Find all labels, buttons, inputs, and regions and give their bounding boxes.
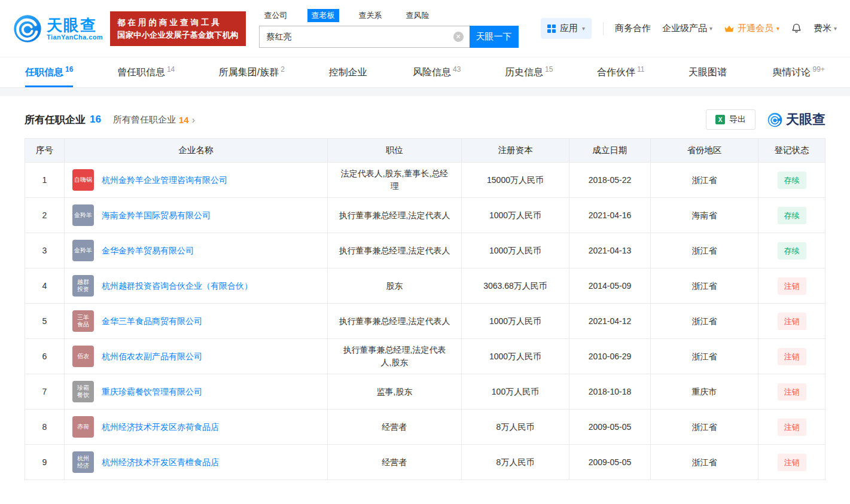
region-cell: 海南省 [651,198,758,233]
company-name-link[interactable]: 金华三羊食品商贸有限公司 [102,315,202,328]
former-positions-link[interactable]: 所有曾任职企业 14 › [113,114,195,126]
logo-swirl-icon [13,14,42,43]
row-index: 7 [25,374,65,410]
position-cell: 监事,股东 [328,374,462,410]
tab-controlled-companies[interactable]: 控制企业 [329,57,369,87]
search-type-tabs: 查公司 查老板 查关系 查风险 [260,9,519,22]
company-name-link[interactable]: 重庆珍霸餐饮管理有限公司 [102,386,202,398]
main-content: 所有任职企业 16 所有曾任职企业 14 › X 导出 [0,108,850,480]
tab-former-positions[interactable]: 曾任职信息14 [117,57,175,87]
status-badge: 注销 [778,277,806,295]
col-header-company: 企业名称 [65,139,328,163]
section-divider [0,88,850,96]
company-logo: 金羚羊 [72,240,94,261]
business-cooperation-link[interactable]: 商务合作 [615,23,651,34]
tab-count: 43 [453,65,461,74]
col-header-date: 成立日期 [569,139,651,163]
col-header-index: 序号 [25,139,65,163]
capital-cell: 1000万人民币 [462,233,569,268]
promo-line-2: 国家中小企业发展子基金旗下机构 [117,29,239,41]
row-index: 8 [25,410,65,445]
open-vip-button[interactable]: 开通会员 ▾ [724,23,779,34]
col-header-status: 登记状态 [758,139,825,163]
position-cell: 股东 [328,268,462,304]
tab-public-opinion[interactable]: 舆情讨论99+ [773,57,825,87]
row-index: 5 [25,304,65,339]
position-cell: 执行董事兼总经理,法定代表人,股东 [328,339,462,374]
table-row: 4 越群投资 杭州越群投资咨询合伙企业（有限合伙） 股东 3063.68万人民币… [25,268,825,304]
notification-bell-icon[interactable] [791,22,802,35]
table-header-row: 序号 企业名称 职位 注册资本 成立日期 省份地区 登记状态 [25,139,825,163]
chevron-down-icon: ▾ [834,25,837,32]
table-row: 9 杭州经济 杭州经济技术开发区青檀食品店 经营者 8万人民币 2009-05-… [25,445,825,480]
enterprise-products-menu[interactable]: 企业级产品 ▾ [662,23,712,34]
export-button[interactable]: X 导出 [706,109,755,130]
row-index: 4 [25,268,65,304]
apps-menu-button[interactable]: 应用 ▾ [541,18,592,39]
capital-cell: 8万人民币 [462,445,569,480]
position-cell: 执行董事兼总经理,法定代表人 [328,198,462,233]
chevron-down-icon: ▾ [582,25,585,32]
tab-partners[interactable]: 合作伙伴11 [597,57,644,87]
tab-graph[interactable]: 天眼图谱 [688,57,729,87]
row-index: 1 [25,163,65,198]
tianyancha-watermark: 天眼查 [767,111,825,129]
status-badge: 存续 [778,172,806,189]
company-logo: 金羚羊 [72,204,94,226]
row-index: 3 [25,233,65,268]
search-tab-risk[interactable]: 查风险 [402,9,434,22]
company-logo: 杭州经济 [72,451,94,473]
search-button[interactable]: 天眼一下 [470,26,519,48]
search-tab-relation[interactable]: 查关系 [355,9,386,22]
tab-count: 14 [167,65,175,74]
tab-count: 99+ [813,65,825,74]
status-badge: 注销 [778,383,806,401]
clear-input-icon[interactable]: ✕ [453,32,464,42]
position-cell: 执行董事兼总经理,法定代表人 [328,304,462,339]
company-name-link[interactable]: 海南金羚羊国际贸易有限公司 [102,209,211,222]
company-logo: 赤荷 [72,416,94,438]
company-name-link[interactable]: 金华金羚羊贸易有限公司 [102,245,194,257]
company-name-link[interactable]: 杭州佰农农副产品有限公司 [102,350,202,363]
logo-subtext: TianYanCha.com [47,33,103,41]
section-title-count: 16 [90,114,101,126]
apps-grid-icon [547,25,556,33]
logo-text: 天眼查 [47,17,103,33]
region-cell: 浙江省 [651,163,758,198]
company-name-link[interactable]: 杭州越群投资咨询合伙企业（有限合伙） [102,280,252,292]
table-row: 5 三羊食品 金华三羊食品商贸有限公司 执行董事兼总经理,法定代表人 1000万… [25,304,825,339]
company-name-link[interactable]: 杭州经济技术开发区青檀食品店 [102,456,219,469]
company-logo: 越群投资 [72,275,94,297]
crown-icon [724,25,735,33]
date-cell: 2009-05-05 [569,410,651,445]
capital-cell: 3063.68万人民币 [462,268,569,304]
search-tab-company[interactable]: 查公司 [260,9,292,22]
search-input[interactable] [259,26,470,48]
date-cell: 2018-10-18 [569,374,651,410]
tab-history-info[interactable]: 历史信息15 [505,57,553,87]
status-badge: 注销 [778,348,806,365]
search-tab-boss[interactable]: 查老板 [307,9,339,22]
company-name-link[interactable]: 杭州金羚羊企业管理咨询有限公司 [102,174,227,187]
region-cell: 浙江省 [651,233,758,268]
vip-label: 开通会员 [738,23,773,34]
company-name-link[interactable]: 杭州经济技术开发区赤荷食品店 [102,421,219,433]
col-header-capital: 注册资本 [462,139,569,163]
header-right-nav: 应用 ▾ 商务合作 企业级产品 ▾ 开通会员 ▾ 费米 ▾ [541,18,837,39]
table-row: 7 珍霸餐饮 重庆珍霸餐饮管理有限公司 监事,股东 100万人民币 2018-1… [25,374,825,410]
col-header-region: 省份地区 [651,139,758,163]
svg-text:X: X [718,117,723,123]
tab-positions[interactable]: 任职信息16 [25,57,73,87]
date-cell: 2021-04-13 [569,233,651,268]
tab-group-cluster[interactable]: 所属集团/族群2 [219,57,285,87]
tab-risk-info[interactable]: 风险信息43 [413,57,461,87]
table-row: 3 金羚羊 金华金羚羊贸易有限公司 执行董事兼总经理,法定代表人 1000万人民… [25,233,825,268]
enterprise-products-label: 企业级产品 [662,23,707,34]
promo-banner: 都在用的商业查询工具 国家中小企业发展子基金旗下机构 [110,11,246,46]
tianyancha-logo[interactable]: 天眼查 TianYanCha.com [13,14,103,43]
capital-cell: 100万人民币 [462,374,569,410]
row-index: 6 [25,339,65,374]
top-header: 天眼查 TianYanCha.com 都在用的商业查询工具 国家中小企业发展子基… [0,0,850,57]
position-cell: 经营者 [328,445,462,480]
user-menu[interactable]: 费米 ▾ [814,23,837,34]
